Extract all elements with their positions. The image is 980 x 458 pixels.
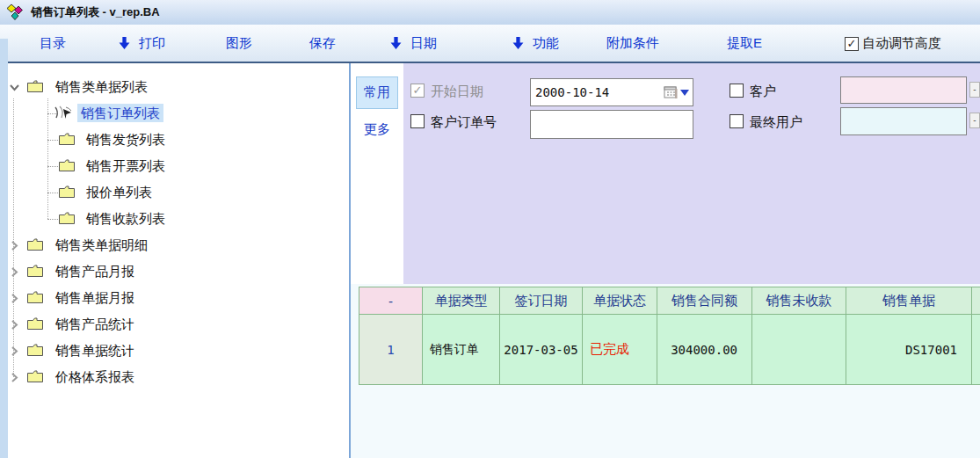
tree-connector-stub [47,219,58,220]
chevron-right-icon[interactable] [9,292,20,303]
down-arrow-icon[interactable] [390,37,402,49]
tree-item-sales-product-monthly[interactable]: 销售产品月报 [0,258,349,285]
results-grid: - 单据类型 签订日期 单据状态 销售合同额 销售未收款 销售单据 1 销售订单… [359,287,980,389]
chevron-right-icon[interactable] [9,345,20,356]
cell-contract-amount[interactable]: 304000.00 [657,315,752,385]
menu-item-catalog[interactable]: 目录 [40,25,66,62]
chevron-down-icon[interactable] [680,90,689,96]
grid-header-status[interactable]: 单据状态 [583,287,657,315]
tree-item-label[interactable]: 销售类单据明细 [55,236,148,254]
start-date-checkbox[interactable] [410,84,425,98]
diamonds-icon [6,4,25,21]
app-window: 销售订单列表 - v_rep.BA 目录 打印 图形 保存 日期 功能 附加条件… [0,0,980,458]
tree-item-sales-invoice-list[interactable]: 销售开票列表 [0,153,349,179]
folder-icon [58,158,76,172]
chevron-right-icon[interactable] [9,318,20,330]
tree-item-label[interactable]: 销售产品统计 [55,315,134,333]
filter-panel: 开始日期 2000-10-14 客户 ‑ 客户订单号 [403,63,980,284]
grid-header-rownum[interactable]: - [359,287,423,315]
tree-item-label[interactable]: 销售收款列表 [86,209,165,228]
customer-lookup-button[interactable]: ‑ [969,82,980,98]
folder-icon [58,211,76,225]
end-user-checkbox[interactable] [730,114,744,128]
cell-rownum[interactable]: 1 [359,315,423,385]
grid-header-contract-amount[interactable]: 销售合同额 [657,287,752,315]
tree-item-label[interactable]: 价格体系报表 [55,367,134,386]
tree-item-label[interactable]: 销售类单据列表 [55,77,148,96]
tree-item-label[interactable]: 销售产品月报 [55,262,134,280]
tree-item-sales-doc-list[interactable]: 销售类单据列表 [0,74,349,100]
chevron-down-icon[interactable] [9,81,20,92]
table-row[interactable]: 1 销售订单 2017-03-05 已完成 304000.00 DS17001 [359,315,980,385]
grid-header-unpaid[interactable]: 销售未收款 [752,287,846,315]
window-title: 销售订单列表 - v_rep.BA [31,4,160,20]
auto-height-label: 自动调节高度 [862,25,941,62]
calendar-icon[interactable] [659,79,693,105]
grid-header-row: - 单据类型 签订日期 单据状态 销售合同额 销售未收款 销售单据 [359,287,980,315]
folder-icon [58,132,76,146]
cell-unpaid[interactable] [752,315,846,385]
customer-order-no-checkbox[interactable] [410,114,425,128]
grid-header-sign-date[interactable]: 签订日期 [500,287,583,315]
left-gutter [0,39,8,458]
start-date-label: 开始日期 [431,83,483,100]
tree-item-sales-shipment-list[interactable]: 销售发货列表 [0,127,349,153]
customer-checkbox[interactable] [730,84,744,98]
menu-item-extract[interactable]: 提取E [727,25,762,62]
folder-icon [26,79,44,93]
customer-order-no-input[interactable] [530,110,693,139]
customer-field[interactable] [840,76,967,104]
tree-item-label[interactable]: 销售订单列表 [77,104,163,122]
filter-mode-column: 常用 更多 [351,63,403,284]
content-area: 常用 更多 开始日期 2000-10-14 客户 [351,63,980,458]
menu-item-extra-conditions[interactable]: 附加条件 [606,25,659,62]
tree-item-label[interactable]: 销售单据统计 [55,341,134,360]
tree-connector-stub [47,140,58,141]
menu-item-graph[interactable]: 图形 [226,25,252,62]
start-date-value: 2000-10-14 [531,85,659,99]
tree-item-sales-product-stats[interactable]: 销售产品统计 [0,311,349,338]
tree-item-label[interactable]: 销售发货列表 [86,130,165,149]
folder-icon [26,369,44,383]
menu-item-date[interactable]: 日期 [410,25,437,62]
cell-sign-date[interactable]: 2017-03-05 [500,315,583,385]
menu-item-print[interactable]: 打印 [139,25,165,62]
more-filters-button[interactable]: 更多 [356,116,398,142]
folder-icon [26,290,44,304]
chevron-right-icon[interactable] [9,239,20,251]
folder-icon [26,343,44,357]
cell-doc-type[interactable]: 销售订单 [423,315,500,385]
tree-item-sales-doc-monthly[interactable]: 销售单据月报 [0,285,349,311]
tree-item-sales-doc-detail[interactable]: 销售类单据明细 [0,232,349,258]
cell-doc-no[interactable]: DS17001 [846,315,972,385]
tree-item-label[interactable]: 销售开票列表 [86,156,165,175]
cell-status[interactable]: 已完成 [583,315,657,385]
grid-header-doc-no[interactable]: 销售单据 [846,287,972,315]
tree-item-sales-doc-stats[interactable]: 销售单据统计 [0,338,349,364]
folder-icon [26,237,44,251]
common-filters-button[interactable]: 常用 [356,76,398,109]
folder-icon [26,264,44,278]
tree-item-sales-receipt-list[interactable]: 销售收款列表 [0,206,349,232]
cell-clipped [972,315,980,385]
tree-item-label[interactable]: 报价单列表 [86,183,152,201]
menu-item-save[interactable]: 保存 [309,25,336,62]
chevron-right-icon[interactable] [9,265,20,277]
tree-item-sales-order-list[interactable]: 销售订单列表 [0,100,349,127]
tree-item-label[interactable]: 销售单据月报 [55,288,134,307]
down-arrow-icon[interactable] [119,37,130,49]
start-date-picker[interactable]: 2000-10-14 [530,78,693,106]
auto-height-checkbox[interactable] [845,37,859,51]
menu-item-function[interactable]: 功能 [533,25,559,62]
chevron-right-icon[interactable] [9,371,20,382]
title-bar: 销售订单列表 - v_rep.BA [0,0,980,25]
grid-header-doc-type[interactable]: 单据类型 [423,287,500,315]
report-tree: 销售类单据列表 销售订单列表 销售发货列表 [0,63,349,458]
tree-item-price-system-reports[interactable]: 价格体系报表 [0,364,349,390]
down-arrow-icon[interactable] [512,37,524,49]
end-user-field[interactable] [840,107,967,135]
tree-item-quotation-list[interactable]: 报价单列表 [0,179,349,206]
end-user-lookup-button[interactable]: ‑ [969,113,980,128]
menu-bar: 目录 打印 图形 保存 日期 功能 附加条件 提取E 自动调节高度 [0,25,980,63]
customer-label: 客户 [750,83,776,100]
